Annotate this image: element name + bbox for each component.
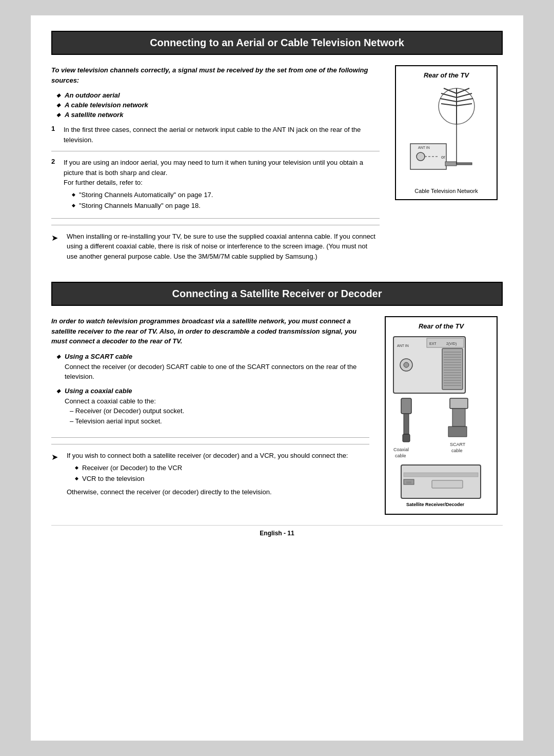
note-bullet-2: VCR to the television [75,474,348,484]
section1-text-col: To view television channels correctly, a… [51,65,380,272]
section1-diagram-caption: Cable Television Network [414,188,478,194]
section2: Connecting a Satellite Receiver or Decod… [51,282,503,515]
svg-rect-43 [404,414,409,434]
sub-bullet-2: "Storing Channels Manually" on page 18. [72,201,380,211]
svg-rect-53 [432,480,463,488]
footer-text: English - 11 [260,530,294,537]
step-2-number: 2 [51,158,58,212]
section1-note-text: When installing or re-installing your TV… [67,231,380,262]
section1-diagram-col: Rear of the TV [390,65,503,272]
svg-rect-16 [445,162,457,166]
svg-rect-48 [452,409,465,427]
scart-header: Using a SCART cable [56,353,369,360]
svg-line-4 [457,93,472,98]
bullet-cable-network: A cable television network [56,101,380,109]
svg-rect-52 [404,473,478,477]
note-after: Otherwise, connect the receiver (or deco… [67,487,348,497]
section1-diagram-label: Rear of the TV [424,71,469,79]
aerial-diagram: ANT IN or [405,83,487,186]
section2-note: ➤ If you wish to connect both a satellit… [51,444,369,497]
section2-note-text: If you wish to connect both a satellite … [67,451,348,497]
bullet-satellite-network: A satellite network [56,111,380,119]
svg-text:or: or [441,154,445,160]
dash-item-1: Receiver (or Decoder) output socket. [70,406,369,416]
svg-rect-44 [403,434,410,442]
section2-intro: In order to watch television programmes … [51,316,369,346]
svg-text:ANT IN: ANT IN [397,344,409,347]
svg-text:Coaxial: Coaxial [393,447,409,452]
page: Connecting to an Aerial or Cable Televis… [31,15,523,741]
svg-line-3 [441,93,457,98]
svg-rect-47 [450,398,468,409]
note-bullet-1: Receiver (or Decoder) to the VCR [75,463,348,473]
coaxial-dash-list: Receiver (or Decoder) output socket. Tel… [65,406,369,426]
section1-bullets: An outdoor aerial A cable television net… [51,91,380,119]
step-1-text: In the first three cases, connect the ae… [64,125,380,145]
satellite-bullet-coaxial: Using a coaxial cable Connect a coaxial … [56,387,369,427]
svg-point-41 [404,362,409,367]
svg-text:ANT IN: ANT IN [418,146,430,149]
svg-rect-17 [457,163,472,165]
section2-diagram-label: Rear of the TV [391,322,491,330]
svg-line-7 [441,104,457,106]
dash-item-2: Television aerial input socket. [70,416,369,427]
section2-diagram-box: Rear of the TV EXT 2(V/D) [385,316,498,515]
step-1-number: 1 [51,125,58,145]
section2-header: Connecting a Satellite Receiver or Decod… [51,282,503,306]
note-vcr-bullets: Receiver (or Decoder) to the VCR VCR to … [67,463,348,484]
section1-intro: To view television channels correctly, a… [51,65,380,85]
svg-rect-42 [401,398,411,414]
svg-line-8 [457,104,472,106]
satellite-diagram: EXT 2(V/D) [391,334,493,509]
svg-text:SCART: SCART [450,442,466,447]
coaxial-body: Connect a coaxial cable to the: Receiver… [56,396,369,427]
svg-line-2 [457,88,469,93]
footer: English - 11 [51,525,503,537]
svg-text:2(V/D): 2(V/D) [446,342,457,346]
section1-header: Connecting to an Aerial or Cable Televis… [51,31,503,55]
sub-bullet-1: "Storing Channels Automatically" on page… [72,190,380,200]
bullet-outdoor-aerial: An outdoor aerial [56,91,380,99]
step-2-text: If you are using an indoor aerial, you m… [64,158,380,212]
satellite-bullets: Using a SCART cable Connect the receiver… [51,353,369,427]
step-2: 2 If you are using an indoor aerial, you… [51,158,380,219]
section2-diagram-col: Rear of the TV EXT 2(V/D) [380,316,503,515]
section1-note: ➤ When installing or re-installing your … [51,225,380,262]
svg-line-6 [457,99,473,102]
step-2-sub-bullets: "Storing Channels Automatically" on page… [64,190,380,211]
note-line-1: If you wish to connect both a satellite … [67,452,348,459]
svg-line-5 [440,99,457,102]
coaxial-header: Using a coaxial cable [56,387,369,395]
satellite-bullet-scart: Using a SCART cable Connect the receiver… [56,353,369,382]
step-1: 1 In the first three cases, connect the … [51,125,380,151]
section2-text-col: In order to watch television programmes … [51,316,369,515]
svg-text:cable: cable [395,453,406,458]
section1-diagram-box: Rear of the TV [395,65,498,200]
note-arrow-icon: ➤ [51,232,62,262]
svg-line-1 [444,88,457,93]
section2-note-arrow: ➤ [51,451,62,497]
svg-text:cable: cable [451,448,463,453]
svg-text:Satellite Receiver/Decoder: Satellite Receiver/Decoder [406,502,465,507]
scart-body: Connect the receiver (or decoder) SCART … [56,362,369,382]
svg-point-13 [417,152,425,161]
svg-text:EXT: EXT [429,342,437,345]
